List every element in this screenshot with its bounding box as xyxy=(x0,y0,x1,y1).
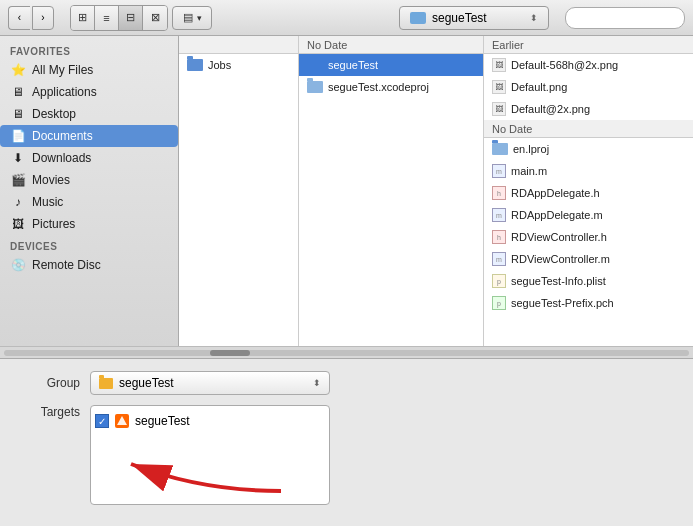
col1-header xyxy=(179,36,298,54)
sidebar-label: Documents xyxy=(32,129,93,143)
icon-view-btn[interactable]: ⊞ xyxy=(71,6,95,30)
svg-marker-0 xyxy=(117,416,127,425)
horizontal-scrollbar[interactable] xyxy=(0,346,693,358)
list-item[interactable]: h RDAppDelegate.h xyxy=(484,182,693,204)
column-view-btn[interactable]: ⊟ xyxy=(119,6,143,30)
music-icon: ♪ xyxy=(10,194,26,210)
path-label: segueTest xyxy=(432,11,487,25)
group-value: segueTest xyxy=(119,376,174,390)
cover-flow-btn[interactable]: ⊠ xyxy=(143,6,167,30)
targets-row: Targets segueTest xyxy=(20,405,673,505)
png-icon: 🖼 xyxy=(492,58,506,72)
sidebar-label: Music xyxy=(32,195,63,209)
targets-box: segueTest xyxy=(90,405,330,505)
toolbar: ‹ › ⊞ ≡ ⊟ ⊠ ▤ ▾ segueTest ⬍ xyxy=(0,0,693,36)
group-folder-icon xyxy=(99,378,113,389)
sidebar-label: Downloads xyxy=(32,151,91,165)
path-dropdown[interactable]: segueTest ⬍ xyxy=(399,6,549,30)
file-name: segueTest-Info.plist xyxy=(511,275,606,287)
png-icon: 🖼 xyxy=(492,102,506,116)
h-file-icon: h xyxy=(492,186,506,200)
list-item[interactable]: m main.m xyxy=(484,160,693,182)
sidebar-item-downloads[interactable]: ⬇ Downloads xyxy=(0,147,178,169)
favorites-label: FAVORITES xyxy=(0,40,178,59)
arrow-annotation xyxy=(101,436,301,496)
sidebar-item-desktop[interactable]: 🖥 Desktop xyxy=(0,103,178,125)
list-item[interactable]: p segueTest-Info.plist xyxy=(484,270,693,292)
sidebar-item-documents[interactable]: 📄 Documents xyxy=(0,125,178,147)
folder-icon xyxy=(410,12,426,24)
film-icon: 🎬 xyxy=(10,172,26,188)
target-name: segueTest xyxy=(135,414,190,428)
target-checkbox[interactable] xyxy=(95,414,109,428)
group-dropdown[interactable]: segueTest ⬍ xyxy=(90,371,330,395)
list-item[interactable]: m RDViewController.m xyxy=(484,248,693,270)
file-name: Default-568h@2x.png xyxy=(511,59,618,71)
sidebar-label: All My Files xyxy=(32,63,93,77)
file-name: RDAppDelegate.m xyxy=(511,209,603,221)
file-name: Default@2x.png xyxy=(511,103,590,115)
col3-header-nodate: No Date xyxy=(484,120,693,138)
file-columns: Jobs No Date segueTest segueTest.xcodepr… xyxy=(179,36,693,346)
list-item[interactable]: 🖼 Default-568h@2x.png xyxy=(484,54,693,76)
disc-icon: 💿 xyxy=(10,257,26,273)
chevron-down-icon: ⬍ xyxy=(530,13,538,23)
add-to-project-panel: Group segueTest ⬍ Targets segueTest xyxy=(0,358,693,526)
list-item[interactable]: 🖼 Default@2x.png xyxy=(484,98,693,120)
pch-file-icon: p xyxy=(492,296,506,310)
sidebar-item-applications[interactable]: 🖥 Applications xyxy=(0,81,178,103)
list-item[interactable]: h RDViewController.h xyxy=(484,226,693,248)
list-item[interactable]: m RDAppDelegate.m xyxy=(484,204,693,226)
sidebar-label: Remote Disc xyxy=(32,258,101,272)
sidebar-label: Desktop xyxy=(32,107,76,121)
targets-label: Targets xyxy=(20,405,80,419)
sidebar-label: Movies xyxy=(32,173,70,187)
scrollbar-track xyxy=(4,350,689,356)
list-item[interactable]: segueTest.xcodeproj xyxy=(299,76,483,98)
target-item[interactable]: segueTest xyxy=(95,410,325,432)
search-input[interactable] xyxy=(565,7,685,29)
list-item[interactable]: segueTest xyxy=(299,54,483,76)
chevron-down-icon: ⬍ xyxy=(313,378,321,388)
file-name: segueTest.xcodeproj xyxy=(328,81,429,93)
file-name: RDViewController.m xyxy=(511,253,610,265)
list-view-btn[interactable]: ≡ xyxy=(95,6,119,30)
list-item[interactable]: en.lproj xyxy=(484,138,693,160)
docs-icon: 📄 xyxy=(10,128,26,144)
sidebar-item-remote-disc[interactable]: 💿 Remote Disc xyxy=(0,254,178,276)
sidebar-item-pictures[interactable]: 🖼 Pictures xyxy=(0,213,178,235)
xcodeproj-icon xyxy=(307,81,323,93)
file-column-2: No Date segueTest segueTest.xcodeproj xyxy=(299,36,484,346)
file-name: segueTest-Prefix.pch xyxy=(511,297,614,309)
plist-file-icon: p xyxy=(492,274,506,288)
m-file-icon: m xyxy=(492,164,506,178)
sidebar: FAVORITES ⭐ All My Files 🖥 Applications … xyxy=(0,36,179,346)
sidebar-item-all-my-files[interactable]: ⭐ All My Files xyxy=(0,59,178,81)
back-button[interactable]: ‹ xyxy=(8,6,30,30)
folder-icon xyxy=(307,59,323,71)
file-name: RDAppDelegate.h xyxy=(511,187,600,199)
list-item[interactable]: p segueTest-Prefix.pch xyxy=(484,292,693,314)
arrange-btn[interactable]: ▤ ▾ xyxy=(172,6,212,30)
main-panel: FAVORITES ⭐ All My Files 🖥 Applications … xyxy=(0,36,693,346)
sidebar-item-music[interactable]: ♪ Music xyxy=(0,191,178,213)
group-row: Group segueTest ⬍ xyxy=(20,371,673,395)
file-name: Jobs xyxy=(208,59,231,71)
file-name: en.lproj xyxy=(513,143,549,155)
sidebar-item-movies[interactable]: 🎬 Movies xyxy=(0,169,178,191)
app-icon xyxy=(115,414,129,428)
list-item[interactable]: Jobs xyxy=(179,54,298,76)
view-options: ⊞ ≡ ⊟ ⊠ xyxy=(70,5,168,31)
m-file-icon: m xyxy=(492,252,506,266)
file-name: segueTest xyxy=(328,59,378,71)
list-item[interactable]: 🖼 Default.png xyxy=(484,76,693,98)
forward-button[interactable]: › xyxy=(32,6,54,30)
png-icon: 🖼 xyxy=(492,80,506,94)
scrollbar-thumb[interactable] xyxy=(210,350,250,356)
group-label: Group xyxy=(20,376,80,390)
file-column-1: Jobs xyxy=(179,36,299,346)
sidebar-label: Applications xyxy=(32,85,97,99)
nav-arrows: ‹ › xyxy=(8,6,54,30)
col3-header-earlier: Earlier xyxy=(484,36,693,54)
apps-icon: 🖥 xyxy=(10,84,26,100)
